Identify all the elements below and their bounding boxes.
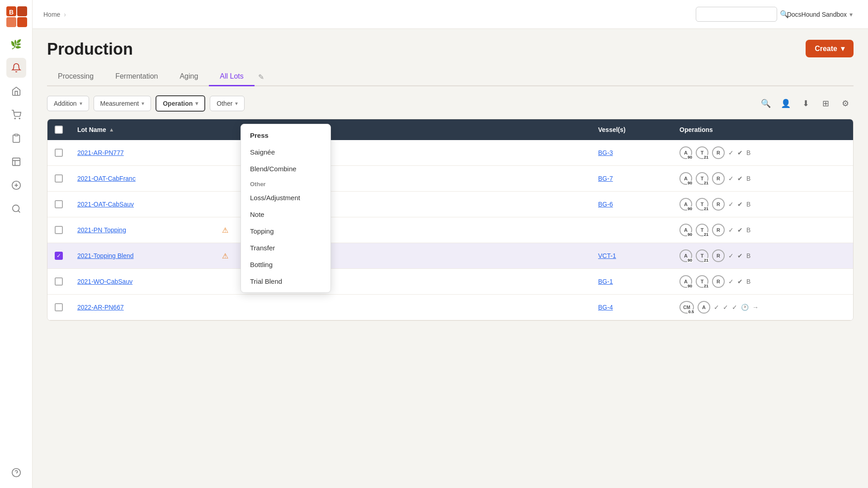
op-b-icon[interactable]: B: [746, 175, 750, 182]
filter-operation-chevron-icon: ▾: [195, 100, 198, 107]
table-header-check[interactable]: [47, 119, 70, 140]
row-2-checkbox[interactable]: [55, 174, 63, 183]
dropdown-item-trial-blend[interactable]: Trial Blend: [241, 273, 330, 290]
op-b-icon[interactable]: B: [746, 149, 750, 156]
op-check2-icon[interactable]: ✓: [723, 304, 728, 311]
op-check3-icon[interactable]: ✓: [732, 304, 737, 311]
op-check-icon[interactable]: ✓: [728, 252, 734, 259]
svg-rect-7: [14, 134, 18, 136]
table-row: 2021-Topping Blend ⚠ VCT-1 A90 T21 R ✓ ✔…: [47, 243, 853, 269]
op-b-icon[interactable]: B: [746, 226, 750, 234]
filter-measurement[interactable]: Measurement ▾: [94, 96, 151, 111]
tab-all-lots[interactable]: All Lots: [209, 68, 254, 86]
row-5-operations: A90 T21 R ✓ ✔ B: [672, 243, 853, 268]
svg-rect-8: [12, 158, 20, 166]
row-3-checkbox[interactable]: [55, 200, 63, 208]
op-b-icon[interactable]: B: [746, 278, 750, 285]
tab-processing[interactable]: Processing: [47, 68, 104, 86]
row-7-check[interactable]: [47, 295, 70, 320]
op-b-icon[interactable]: B: [746, 252, 750, 259]
op-check2-icon[interactable]: ✔: [737, 226, 743, 234]
op-check2-icon[interactable]: ✔: [737, 175, 743, 182]
row-3-lot-name[interactable]: 2021-OAT-CabSauv: [70, 192, 215, 217]
toolbar-person-button[interactable]: 👤: [778, 95, 794, 112]
row-7-lot-name[interactable]: 2022-AR-PN667: [70, 295, 215, 320]
row-1-lot-name[interactable]: 2021-AR-PN777: [70, 140, 215, 165]
operations-header-label: Operations: [679, 126, 713, 133]
tab-edit-icon[interactable]: ✎: [258, 73, 264, 81]
row-4-checkbox[interactable]: [55, 226, 63, 234]
sidebar-item-leaf[interactable]: 🌿: [6, 34, 26, 54]
op-r-badge: R: [712, 224, 725, 236]
dropdown-item-transfer[interactable]: Transfer: [241, 239, 330, 256]
data-table: Lot Name ▲ Vessel(s) Operations 2021-AR-…: [47, 119, 854, 321]
op-b-icon[interactable]: B: [746, 201, 750, 208]
dropdown-item-saignee[interactable]: Saignée: [241, 144, 330, 160]
op-check-icon[interactable]: ✓: [714, 304, 719, 311]
breadcrumb-home[interactable]: Home: [43, 11, 60, 18]
toolbar-settings-button[interactable]: ⚙: [837, 95, 854, 112]
sidebar-item-help[interactable]: [6, 463, 26, 483]
select-all-checkbox[interactable]: [55, 126, 63, 134]
row-1-operations: A90 T21 R ✓ ✔ B: [672, 140, 853, 165]
dropdown-item-press[interactable]: Press: [241, 127, 330, 144]
sidebar-item-finance[interactable]: [6, 175, 26, 195]
op-check-icon[interactable]: ✓: [728, 278, 734, 285]
search-input[interactable]: [701, 11, 780, 18]
op-check2-icon[interactable]: ✔: [737, 201, 743, 208]
filter-operation[interactable]: Operation ▾: [156, 95, 205, 112]
row-4-lot-name[interactable]: 2021-PN Topping: [70, 217, 215, 243]
op-arrow-icon[interactable]: →: [752, 304, 759, 311]
sidebar-item-reports[interactable]: [6, 152, 26, 172]
row-6-checkbox[interactable]: [55, 277, 63, 286]
row-6-lot-name[interactable]: 2021-WO-CabSauv: [70, 269, 215, 294]
row-7-checkbox[interactable]: [55, 303, 63, 311]
sidebar-item-home[interactable]: [6, 81, 26, 101]
row-2-lot-name[interactable]: 2021-OAT-CabFranc: [70, 166, 215, 191]
tab-fermentation[interactable]: Fermentation: [104, 68, 169, 86]
dropdown-item-bottling[interactable]: Bottling: [241, 256, 330, 273]
op-check-icon[interactable]: ✓: [728, 149, 734, 156]
row-5-lot-name[interactable]: 2021-Topping Blend: [70, 243, 215, 268]
create-button[interactable]: Create ▾: [806, 40, 854, 57]
lot-name-header-label: Lot Name: [77, 126, 106, 133]
op-check2-icon[interactable]: ✔: [737, 149, 743, 156]
op-a-badge: A90: [679, 146, 692, 159]
op-check-icon[interactable]: ✓: [728, 175, 734, 182]
row-5-checkbox[interactable]: [55, 252, 63, 260]
filter-addition-chevron-icon: ▾: [80, 100, 82, 107]
sidebar-item-analytics[interactable]: [6, 199, 26, 219]
filter-addition-label: Addition: [54, 100, 77, 107]
sort-asc-icon[interactable]: ▲: [109, 127, 114, 133]
toolbar-download-button[interactable]: ⬇: [797, 95, 814, 112]
sidebar-item-clipboard[interactable]: [6, 128, 26, 148]
op-check-icon[interactable]: ✓: [728, 201, 734, 208]
dropdown-item-topping[interactable]: Topping: [241, 223, 330, 239]
row-5-alert-icon: ⚠: [222, 252, 228, 260]
tab-aging[interactable]: Aging: [169, 68, 209, 86]
dropdown-item-loss[interactable]: Loss/Adjustment: [241, 189, 330, 206]
row-3-check[interactable]: [47, 192, 70, 217]
sidebar-item-activity[interactable]: [6, 58, 26, 78]
row-6-check[interactable]: [47, 269, 70, 294]
row-4-check[interactable]: [47, 217, 70, 243]
row-1-checkbox[interactable]: [55, 149, 63, 157]
toolbar-table-button[interactable]: ⊞: [817, 95, 834, 112]
toolbar-search-button[interactable]: 🔍: [758, 95, 774, 112]
op-check2-icon[interactable]: ✔: [737, 278, 743, 285]
op-clock-icon[interactable]: 🕐: [741, 304, 749, 311]
dropdown-item-blend[interactable]: Blend/Combine: [241, 160, 330, 177]
app-logo[interactable]: B: [5, 5, 27, 27]
op-check2-icon[interactable]: ✔: [737, 252, 743, 259]
sidebar-item-cart[interactable]: [6, 105, 26, 125]
search-box[interactable]: 🔍: [696, 7, 777, 22]
filter-addition[interactable]: Addition ▾: [47, 96, 89, 111]
row-5-check[interactable]: [47, 243, 70, 268]
filter-measurement-chevron-icon: ▾: [142, 100, 144, 107]
workspace-selector[interactable]: DocsHound Sandbox ▾: [783, 8, 857, 21]
row-1-check[interactable]: [47, 140, 70, 165]
dropdown-item-note[interactable]: Note: [241, 206, 330, 223]
filter-other[interactable]: Other ▾: [210, 96, 245, 111]
op-check-icon[interactable]: ✓: [728, 226, 734, 234]
row-2-check[interactable]: [47, 166, 70, 191]
